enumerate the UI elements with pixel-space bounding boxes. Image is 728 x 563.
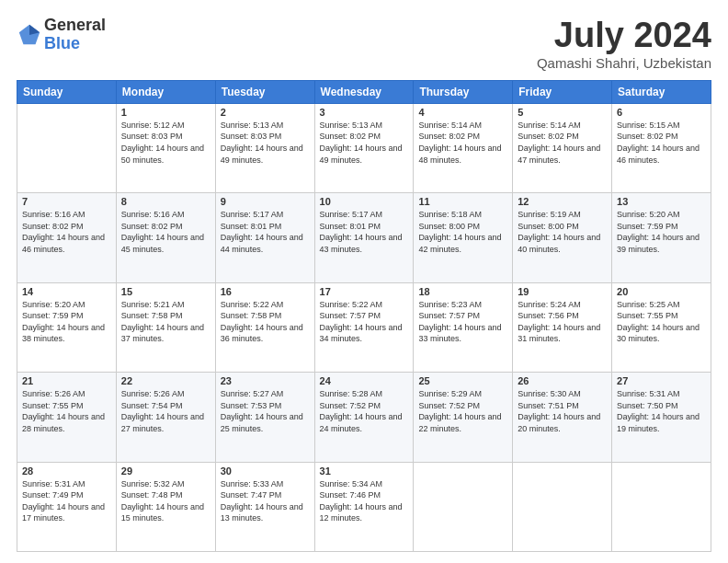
calendar-week-row: 7 Sunrise: 5:16 AMSunset: 8:02 PMDayligh… [17,193,711,282]
day-number: 6 [617,107,706,118]
day-number: 16 [221,286,310,297]
day-number: 20 [617,286,706,297]
cell-info: Sunrise: 5:20 AMSunset: 7:59 PMDaylight:… [617,210,700,254]
calendar-week-row: 14 Sunrise: 5:20 AMSunset: 7:59 PMDaylig… [17,282,711,372]
table-row: 4 Sunrise: 5:14 AMSunset: 8:02 PMDayligh… [414,103,513,192]
cell-info: Sunrise: 5:31 AMSunset: 7:50 PMDaylight:… [617,389,700,433]
cell-info: Sunrise: 5:28 AMSunset: 7:52 PMDaylight:… [320,389,403,433]
cell-info: Sunrise: 5:17 AMSunset: 8:01 PMDaylight:… [320,210,403,254]
logo-general-text: General [44,17,106,35]
col-monday: Monday [116,80,215,103]
cell-info: Sunrise: 5:12 AMSunset: 8:03 PMDaylight:… [121,121,204,165]
table-row: 10 Sunrise: 5:17 AMSunset: 8:01 PMDaylig… [314,193,414,282]
day-number: 27 [617,375,706,386]
day-number: 3 [320,107,409,118]
table-row [612,462,711,551]
table-row: 19 Sunrise: 5:24 AMSunset: 7:56 PMDaylig… [513,282,612,372]
cell-info: Sunrise: 5:21 AMSunset: 7:58 PMDaylight:… [121,300,204,344]
day-number: 30 [221,465,310,477]
table-row: 8 Sunrise: 5:16 AMSunset: 8:02 PMDayligh… [116,193,215,282]
cell-info: Sunrise: 5:19 AMSunset: 8:00 PMDaylight:… [518,210,600,254]
day-number: 15 [121,286,210,297]
day-number: 26 [518,375,607,386]
cell-info: Sunrise: 5:23 AMSunset: 7:57 PMDaylight:… [418,300,501,344]
cell-info: Sunrise: 5:17 AMSunset: 8:01 PMDaylight:… [221,210,303,254]
day-number: 24 [320,375,409,386]
table-row: 1 Sunrise: 5:12 AMSunset: 8:03 PMDayligh… [116,103,215,192]
table-row: 28 Sunrise: 5:31 AMSunset: 7:49 PMDaylig… [17,462,117,551]
cell-info: Sunrise: 5:32 AMSunset: 7:48 PMDaylight:… [121,479,204,523]
day-number: 7 [22,196,111,207]
table-row: 2 Sunrise: 5:13 AMSunset: 8:03 PMDayligh… [215,103,314,192]
table-row: 14 Sunrise: 5:20 AMSunset: 7:59 PMDaylig… [17,282,117,372]
day-number: 17 [320,286,409,297]
table-row: 25 Sunrise: 5:29 AMSunset: 7:52 PMDaylig… [414,373,513,462]
cell-info: Sunrise: 5:27 AMSunset: 7:53 PMDaylight:… [221,389,303,433]
table-row [414,462,513,551]
calendar-table: Sunday Monday Tuesday Wednesday Thursday… [17,80,711,552]
calendar-week-row: 1 Sunrise: 5:12 AMSunset: 8:03 PMDayligh… [17,103,711,192]
col-saturday: Saturday [612,80,711,103]
title-block: July 2024 Qamashi Shahri, Uzbekistan [537,17,711,71]
cell-info: Sunrise: 5:16 AMSunset: 8:02 PMDaylight:… [121,210,204,254]
col-thursday: Thursday [414,80,513,103]
logo-blue-text: Blue [44,35,106,53]
cell-info: Sunrise: 5:34 AMSunset: 7:46 PMDaylight:… [320,479,403,523]
table-row [17,103,117,192]
cell-info: Sunrise: 5:26 AMSunset: 7:55 PMDaylight:… [22,389,105,433]
table-row: 9 Sunrise: 5:17 AMSunset: 8:01 PMDayligh… [215,193,314,282]
day-number: 29 [121,465,210,477]
table-row: 5 Sunrise: 5:14 AMSunset: 8:02 PMDayligh… [513,103,612,192]
col-friday: Friday [513,80,612,103]
header: General Blue July 2024 Qamashi Shahri, U… [17,17,711,71]
cell-info: Sunrise: 5:26 AMSunset: 7:54 PMDaylight:… [121,389,204,433]
cell-info: Sunrise: 5:29 AMSunset: 7:52 PMDaylight:… [418,389,501,433]
table-row [513,462,612,551]
day-number: 13 [617,196,706,207]
cell-info: Sunrise: 5:24 AMSunset: 7:56 PMDaylight:… [518,300,600,344]
table-row: 27 Sunrise: 5:31 AMSunset: 7:50 PMDaylig… [612,373,711,462]
day-number: 1 [121,107,210,118]
day-number: 10 [320,196,409,207]
table-row: 16 Sunrise: 5:22 AMSunset: 7:58 PMDaylig… [215,282,314,372]
cell-info: Sunrise: 5:22 AMSunset: 7:58 PMDaylight:… [221,300,303,344]
col-tuesday: Tuesday [215,80,314,103]
logo-icon [17,22,42,48]
cell-info: Sunrise: 5:15 AMSunset: 8:02 PMDaylight:… [617,121,700,165]
day-number: 23 [221,375,310,386]
day-number: 18 [418,286,507,297]
day-number: 2 [221,107,310,118]
day-number: 31 [320,465,409,477]
cell-info: Sunrise: 5:18 AMSunset: 8:00 PMDaylight:… [418,210,501,254]
cell-info: Sunrise: 5:13 AMSunset: 8:02 PMDaylight:… [320,121,403,165]
day-number: 25 [418,375,507,386]
table-row: 15 Sunrise: 5:21 AMSunset: 7:58 PMDaylig… [116,282,215,372]
table-row: 22 Sunrise: 5:26 AMSunset: 7:54 PMDaylig… [116,373,215,462]
cell-info: Sunrise: 5:25 AMSunset: 7:55 PMDaylight:… [617,300,700,344]
calendar-week-row: 28 Sunrise: 5:31 AMSunset: 7:49 PMDaylig… [17,462,711,551]
day-number: 14 [22,286,111,297]
day-number: 9 [221,196,310,207]
day-number: 19 [518,286,607,297]
day-number: 28 [22,465,111,477]
day-number: 5 [518,107,607,118]
cell-info: Sunrise: 5:20 AMSunset: 7:59 PMDaylight:… [22,300,105,344]
cell-info: Sunrise: 5:14 AMSunset: 8:02 PMDaylight:… [418,121,501,165]
table-row: 23 Sunrise: 5:27 AMSunset: 7:53 PMDaylig… [215,373,314,462]
table-row: 26 Sunrise: 5:30 AMSunset: 7:51 PMDaylig… [513,373,612,462]
table-row: 6 Sunrise: 5:15 AMSunset: 8:02 PMDayligh… [612,103,711,192]
table-row: 24 Sunrise: 5:28 AMSunset: 7:52 PMDaylig… [314,373,414,462]
location-title: Qamashi Shahri, Uzbekistan [537,55,711,71]
table-row: 7 Sunrise: 5:16 AMSunset: 8:02 PMDayligh… [17,193,117,282]
calendar-header-row: Sunday Monday Tuesday Wednesday Thursday… [17,80,711,103]
table-row: 21 Sunrise: 5:26 AMSunset: 7:55 PMDaylig… [17,373,117,462]
table-row: 29 Sunrise: 5:32 AMSunset: 7:48 PMDaylig… [116,462,215,551]
table-row: 18 Sunrise: 5:23 AMSunset: 7:57 PMDaylig… [414,282,513,372]
table-row: 30 Sunrise: 5:33 AMSunset: 7:47 PMDaylig… [215,462,314,551]
table-row: 11 Sunrise: 5:18 AMSunset: 8:00 PMDaylig… [414,193,513,282]
col-wednesday: Wednesday [314,80,414,103]
table-row: 17 Sunrise: 5:22 AMSunset: 7:57 PMDaylig… [314,282,414,372]
logo: General Blue [17,17,106,53]
calendar-week-row: 21 Sunrise: 5:26 AMSunset: 7:55 PMDaylig… [17,373,711,462]
day-number: 21 [22,375,111,386]
